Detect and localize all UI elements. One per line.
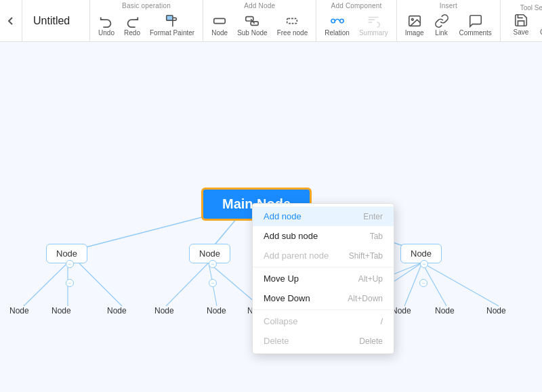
undo-button[interactable]: Undo: [94, 12, 119, 38]
toolbar: Untitled Basic operation Undo Redo Forma…: [0, 0, 542, 42]
collapse-circle-leaf-3[interactable]: [419, 279, 428, 287]
context-menu-delete[interactable]: Delete Delete: [253, 331, 394, 351]
add-component-label: Add Component: [320, 0, 392, 11]
collapse-circle-leaf-1[interactable]: [66, 279, 74, 287]
toolbar-group-add-node: Add Node Node Sub Node Free node: [203, 0, 316, 41]
svg-point-8: [339, 19, 343, 23]
svg-rect-0: [167, 15, 173, 20]
context-menu-divider-1: [253, 267, 394, 267]
svg-line-20: [24, 263, 68, 306]
insert-label: Insert: [401, 0, 496, 11]
svg-line-30: [422, 263, 499, 306]
save-button[interactable]: Save: [509, 12, 533, 37]
back-button[interactable]: [0, 0, 22, 41]
svg-line-23: [166, 263, 209, 306]
svg-rect-2: [214, 18, 226, 23]
context-menu-add-parent-node[interactable]: Add parent node Shift+Tab: [253, 246, 394, 265]
collapse-circle-leaf-2[interactable]: [209, 279, 217, 287]
basic-operation-items: Undo Redo Format Painter: [94, 11, 199, 41]
context-menu: Add node Enter Add sub node Tab Add pare…: [252, 203, 394, 354]
toolbar-group-add-component: Add Component Relation Summary: [316, 0, 397, 41]
doc-title: Untitled: [22, 0, 90, 41]
toolbar-group-basic: Basic operation Undo Redo Format Painter: [90, 0, 203, 41]
leaf-node-4[interactable]: Node: [154, 306, 174, 315]
context-menu-add-sub-node[interactable]: Add sub node Tab: [253, 226, 394, 246]
format-painter-button[interactable]: Format Painter: [146, 12, 199, 38]
tool-settings-label: Tool Settings: [520, 2, 542, 12]
add-node-items: Node Sub Node Free node: [207, 11, 312, 41]
tool-settings-group: Tool Settings Save Collapse: [509, 2, 542, 40]
free-node-button[interactable]: Free node: [273, 12, 312, 38]
collapse-button[interactable]: Collapse: [536, 12, 542, 37]
svg-rect-6: [287, 18, 297, 23]
tool-settings-items: Save Collapse: [509, 12, 542, 40]
basic-operation-label: Basic operation: [94, 0, 199, 11]
leaf-node-2[interactable]: Node: [51, 306, 71, 315]
add-node-label: Add Node: [207, 0, 312, 11]
node-button[interactable]: Node: [207, 12, 232, 38]
canvas: Main Node Node Node Node Node Node Node …: [0, 42, 542, 392]
relation-button[interactable]: Relation: [320, 12, 354, 38]
context-menu-move-down[interactable]: Move Down Alt+Down: [253, 288, 394, 308]
toolbar-group-insert: Insert Image Link Comments: [397, 0, 501, 41]
leaf-node-1[interactable]: Node: [9, 306, 29, 315]
summary-button[interactable]: Summary: [355, 12, 392, 38]
context-menu-divider-2: [253, 309, 394, 310]
leaf-node-11[interactable]: Node: [486, 306, 506, 315]
context-menu-add-node[interactable]: Add node Enter: [253, 206, 394, 226]
svg-point-7: [331, 19, 335, 23]
image-button[interactable]: Image: [401, 12, 428, 38]
link-button[interactable]: Link: [430, 12, 454, 38]
leaf-node-10[interactable]: Node: [435, 306, 455, 315]
context-menu-collapse[interactable]: Collapse /: [253, 311, 394, 331]
collapse-circle-left[interactable]: [66, 260, 74, 268]
redo-button[interactable]: Redo: [120, 12, 144, 38]
sub-node-button[interactable]: Sub Node: [233, 12, 271, 38]
collapse-circle-right[interactable]: [420, 260, 428, 268]
toolbar-right: Tool Settings Save Collapse Share: [501, 0, 542, 41]
comments-button[interactable]: Comments: [455, 12, 496, 38]
context-menu-move-up[interactable]: Move Up Alt+Up: [253, 269, 394, 288]
leaf-node-9[interactable]: Node: [392, 306, 411, 315]
leaf-node-5[interactable]: Node: [207, 306, 226, 315]
svg-point-10: [411, 18, 413, 20]
leaf-node-3[interactable]: Node: [107, 306, 127, 315]
collapse-circle-mid-left[interactable]: [209, 260, 217, 268]
insert-items: Image Link Comments: [401, 11, 496, 41]
add-component-items: Relation Summary: [320, 11, 392, 41]
